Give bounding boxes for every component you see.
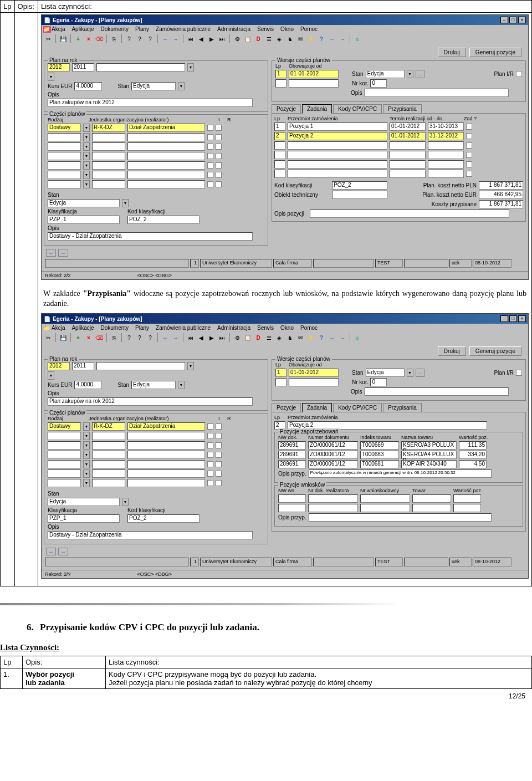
czesci-dzial-input[interactable]: Dział Zaopatrzenia — [127, 124, 205, 132]
poz-r1-d2[interactable]: 31-10-2013 — [428, 122, 464, 131]
tb-add-icon[interactable]: + — [74, 34, 83, 43]
zapo-cell[interactable]: ZO/000061/12 — [308, 451, 358, 459]
dd-icon[interactable]: ▼ — [83, 133, 90, 141]
menu-dokumenty[interactable]: Dokumenty — [100, 325, 129, 331]
tab-przypisania[interactable]: Przypisania — [383, 403, 422, 412]
zapo-cell[interactable]: KSERO/A3 POLLUX P — [401, 441, 457, 450]
poz-empty[interactable] — [288, 160, 387, 169]
empty-input[interactable] — [92, 441, 125, 450]
wersje-opis-input[interactable] — [365, 387, 509, 396]
zapo-cell[interactable]: 334,20 — [459, 451, 487, 459]
wn-cell[interactable] — [453, 494, 481, 503]
rok-scroll-icon[interactable]: ▼ — [48, 73, 54, 81]
tb-copy-icon[interactable]: ⎘ — [110, 34, 119, 43]
menu-aplikacje[interactable]: Aplikacje — [71, 325, 94, 331]
dd-icon[interactable]: ▼ — [83, 161, 90, 170]
ck-empty[interactable] — [207, 172, 213, 178]
ck-empty[interactable] — [207, 144, 213, 150]
tb-left2-icon[interactable]: ← — [328, 34, 336, 43]
tb-misc5-icon[interactable]: ♞ — [285, 34, 294, 43]
poz-r2-name[interactable]: Pozycja 2 — [288, 132, 387, 140]
tb-misc2-icon[interactable]: 📋 — [243, 34, 252, 43]
wn-cell[interactable] — [360, 504, 410, 512]
empty-input[interactable] — [48, 460, 81, 468]
maximize-button[interactable]: □ — [509, 17, 517, 23]
ck-empty[interactable] — [207, 162, 213, 169]
tb-misc-icon[interactable]: ☰ — [264, 333, 273, 342]
ck-empty2[interactable] — [216, 181, 222, 187]
menu-okno[interactable]: Okno — [280, 325, 294, 331]
stan-dropdown-icon[interactable]: ▼ — [178, 82, 185, 90]
wersje-lp-input[interactable]: 1 — [275, 70, 287, 78]
ck-empty2[interactable] — [216, 162, 222, 169]
tb-misc7-icon[interactable]: ⚡ — [306, 34, 315, 43]
tb-cut-icon[interactable]: ✂ — [44, 333, 53, 342]
ck[interactable] — [216, 433, 222, 439]
wn-cell[interactable] — [278, 494, 306, 503]
zapo-cell[interactable]: T000683 — [360, 451, 399, 459]
wn-cell[interactable] — [360, 494, 410, 503]
planir-ck[interactable] — [516, 370, 522, 376]
opis-input[interactable]: Plan zakupów na rok 2012 — [48, 99, 253, 107]
zapo-cell[interactable]: 111,35 — [459, 441, 487, 450]
dd-icon[interactable]: ▼ — [83, 479, 90, 487]
czesci-empty[interactable] — [48, 133, 81, 141]
wersje-stan-dd-icon[interactable]: ▼ — [407, 70, 413, 78]
czesci-empty3[interactable] — [127, 142, 205, 151]
ck-empty[interactable] — [207, 134, 213, 140]
empty-input[interactable] — [127, 432, 205, 440]
tb-misc-icon[interactable]: ⚙ — [233, 333, 242, 342]
empty-input[interactable] — [127, 479, 205, 487]
czesci-empty3[interactable] — [127, 180, 205, 188]
rok-extra-input[interactable] — [96, 63, 185, 72]
poz-empty-ck[interactable] — [466, 161, 472, 167]
empty-input[interactable] — [127, 441, 205, 450]
tb-left2-icon[interactable]: ← — [328, 333, 336, 342]
empty-input[interactable] — [92, 451, 125, 459]
zapo-cell[interactable]: ZO/000061/12 — [308, 460, 358, 468]
czesci-empty2[interactable] — [92, 161, 125, 170]
poz-empty[interactable] — [274, 170, 285, 178]
wn-cell[interactable] — [453, 504, 481, 512]
ck[interactable] — [216, 452, 222, 458]
poz-empty[interactable] — [428, 151, 464, 159]
zapo-cell[interactable]: KOP AIR 240/340 — [401, 460, 457, 468]
tb-misc-icon[interactable]: 📋 — [243, 333, 252, 342]
rok-input[interactable]: 2012 — [48, 63, 70, 72]
czesci-empty2[interactable] — [92, 180, 125, 188]
czesci-dostawy-input[interactable]: Dostawy — [48, 124, 81, 132]
wn-cell[interactable] — [412, 504, 451, 512]
stan-input[interactable]: Edycja — [48, 498, 120, 506]
close-button[interactable]: × — [518, 315, 526, 322]
minimize-button[interactable]: – — [500, 17, 508, 23]
opis-przyp2-input[interactable] — [309, 513, 492, 522]
wersje-date[interactable]: 01-01-2012 — [289, 369, 339, 377]
stan-input[interactable]: Edycja — [131, 381, 176, 389]
poz-r1-lp[interactable]: 1 — [274, 122, 285, 131]
poz-empty-ck[interactable] — [466, 152, 472, 158]
dd-icon[interactable]: ▼ — [83, 451, 90, 459]
czesci-empty[interactable] — [48, 180, 81, 188]
menu-pomoc[interactable]: Pomoc — [300, 325, 318, 331]
nav-left-button[interactable]: ← — [46, 548, 56, 555]
ck[interactable] — [207, 480, 213, 486]
zapo-cell[interactable]: 289691 — [278, 441, 306, 450]
dd-icon[interactable]: ▼ — [83, 142, 90, 151]
tb-first-icon[interactable]: ⏮ — [186, 333, 195, 342]
poz-r1-d1[interactable]: 01-01-2012 — [390, 122, 426, 131]
tb-copy-icon[interactable]: ⎘ — [110, 333, 119, 342]
ck[interactable] — [216, 480, 222, 486]
tb-right-icon[interactable]: → — [171, 34, 180, 43]
czesci-opis-input[interactable]: Dostawy - Dział Zaopatrzenia — [48, 232, 253, 241]
zapo-cell[interactable]: 289691 — [278, 460, 306, 468]
czesci-empty[interactable] — [48, 142, 81, 151]
rok-input[interactable]: 2012 — [48, 362, 70, 370]
kurs-input[interactable]: 4,0000 — [74, 82, 102, 90]
tab-zadania[interactable]: Zadania — [302, 403, 332, 412]
tb-help-icon[interactable]: ? — [317, 34, 326, 43]
koszty-input[interactable]: 1 867 371,81 — [479, 200, 523, 208]
tab-kody[interactable]: Kody CPV/CPC — [333, 403, 382, 412]
empty-input[interactable] — [92, 469, 125, 478]
ck-empty[interactable] — [207, 181, 213, 187]
czesci-rkdz[interactable]: R-K-DZ — [92, 422, 125, 431]
